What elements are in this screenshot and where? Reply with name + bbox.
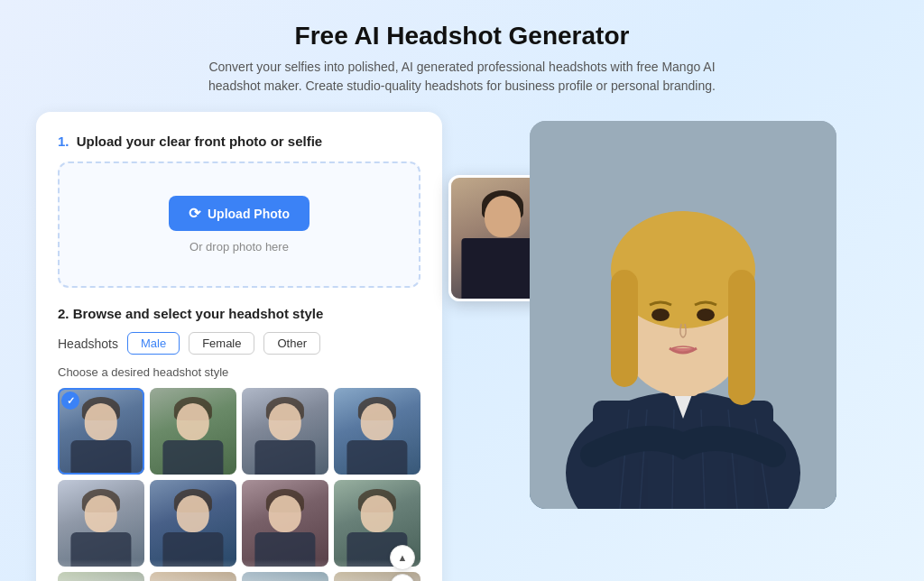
filter-label: Headshots — [58, 337, 118, 351]
filter-other-button[interactable]: Other — [263, 332, 320, 355]
style-item-11[interactable] — [242, 572, 328, 581]
upload-button-label: Upload Photo — [208, 207, 290, 221]
style-item-1[interactable] — [58, 388, 144, 475]
step1-number: 1. — [58, 134, 69, 149]
step2-label: Browse and select your headshot style — [73, 306, 324, 321]
style-item-10[interactable] — [150, 572, 236, 581]
step1-title: 1. Upload your clear front photo or self… — [58, 134, 420, 149]
style-item-6[interactable] — [150, 480, 236, 567]
headshot-style-grid: ▲ ▼ — [58, 388, 420, 581]
headshot-background — [530, 121, 836, 509]
upload-photo-button[interactable]: ⟳ Upload Photo — [169, 196, 310, 231]
chevron-up-icon: ▲ — [398, 552, 408, 563]
selected-check-icon — [61, 392, 79, 410]
filter-female-button[interactable]: Female — [189, 332, 254, 355]
svg-point-10 — [697, 309, 715, 321]
upload-icon: ⟳ — [189, 205, 200, 222]
right-panel: ➜ — [478, 112, 888, 509]
page-subtitle: Convert your selfies into polished, AI g… — [182, 58, 742, 96]
style-item-9[interactable] — [58, 572, 144, 581]
style-item-4[interactable] — [334, 388, 420, 475]
result-headshot-image — [530, 121, 836, 509]
upload-dropzone[interactable]: ⟳ Upload Photo Or drop photo here — [58, 161, 420, 288]
svg-point-9 — [651, 309, 670, 321]
choose-label: Choose a desired headshot style — [58, 365, 420, 379]
drop-hint: Or drop photo here — [189, 240, 289, 254]
step2-number: 2. — [58, 306, 69, 321]
page-header: Free AI Headshot Generator Convert your … — [182, 22, 742, 96]
result-wrapper: ➜ — [530, 121, 836, 509]
style-item-3[interactable] — [242, 388, 328, 475]
page-title: Free AI Headshot Generator — [182, 22, 742, 51]
filter-male-button[interactable]: Male — [127, 332, 180, 355]
style-item-5[interactable] — [58, 480, 144, 567]
style-filter-row: Headshots Male Female Other — [58, 332, 420, 355]
style-item-2[interactable] — [150, 388, 236, 475]
scroll-up-button[interactable]: ▲ — [390, 545, 415, 570]
step2-title: 2. Browse and select your headshot style — [58, 306, 420, 321]
svg-rect-8 — [728, 270, 755, 405]
svg-rect-7 — [611, 270, 638, 387]
headshot-svg — [530, 121, 836, 509]
step1-label: Upload your clear front photo or selfie — [77, 134, 323, 149]
style-item-7[interactable] — [242, 480, 328, 567]
left-panel: 1. Upload your clear front photo or self… — [36, 112, 442, 581]
upload-card: 1. Upload your clear front photo or self… — [36, 112, 442, 581]
